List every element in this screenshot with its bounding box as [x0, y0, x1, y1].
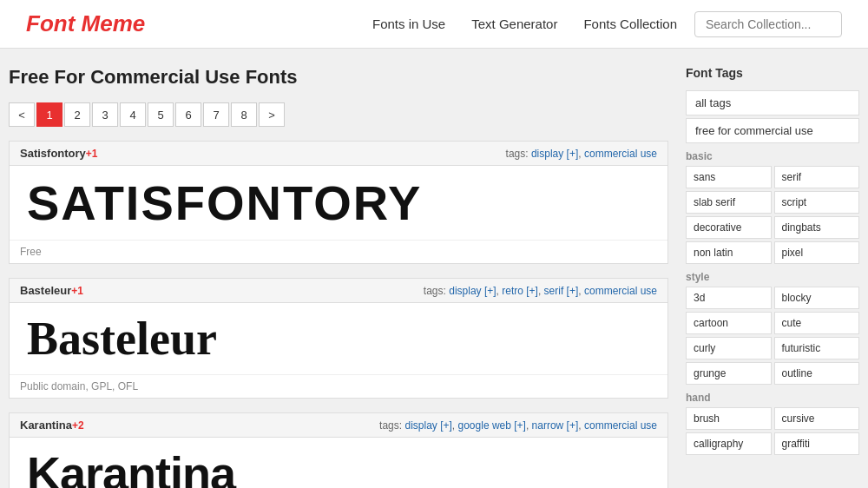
sidebar: Font Tags all tags free for commercial u…: [686, 66, 859, 488]
tag-serif-1[interactable]: serif [+]: [544, 285, 579, 297]
tag-commercial-1[interactable]: commercial use: [584, 285, 657, 297]
tag-sans[interactable]: sans: [686, 166, 772, 188]
tag-retro-1[interactable]: retro [+]: [502, 285, 538, 297]
nav-fonts-in-use[interactable]: Fonts in Use: [372, 16, 445, 31]
font-card-basteleur: Basteleur+1 tags: display [+], retro [+]…: [9, 278, 668, 399]
page-6[interactable]: 6: [175, 102, 201, 127]
tag-display-0[interactable]: display [+]: [531, 148, 578, 160]
style-tags-grid: 3d blocky cartoon cute curly futuristic …: [686, 287, 859, 385]
section-label-style: style: [686, 271, 859, 283]
sidebar-font-tags: Font Tags all tags free for commercial u…: [686, 66, 859, 455]
tag-non-latin[interactable]: non latin: [686, 241, 772, 264]
page-5[interactable]: 5: [148, 102, 174, 127]
preview-text-karantina: Karantina: [27, 446, 235, 488]
tag-3d[interactable]: 3d: [686, 287, 772, 309]
tag-commercial-0[interactable]: commercial use: [584, 148, 657, 160]
font-preview-satisfontory: SATISFONTORY: [10, 166, 667, 240]
page-title: Free For Commercial Use Fonts: [9, 66, 668, 89]
font-name-satisfontory[interactable]: Satisfontory+1: [20, 147, 98, 160]
preview-text-satisfontory: SATISFONTORY: [27, 175, 422, 231]
tag-display-1[interactable]: display [+]: [449, 285, 496, 297]
font-tags-basteleur: tags: display [+], retro [+], serif [+],…: [424, 285, 657, 297]
section-label-basic: basic: [686, 150, 859, 162]
font-card-karantina: Karantina+2 tags: display [+], google we…: [9, 412, 668, 488]
font-license-basteleur: Public domain, GPL, OFL: [10, 374, 667, 398]
font-card-satisfontory: Satisfontory+1 tags: display [+], commer…: [9, 141, 668, 264]
tag-script[interactable]: script: [774, 191, 860, 214]
tag-cartoon[interactable]: cartoon: [686, 312, 772, 334]
tag-slab-serif[interactable]: slab serif: [686, 191, 772, 214]
basic-tags-grid: sans serif slab serif script decorative …: [686, 166, 859, 264]
font-name-basteleur[interactable]: Basteleur+1: [20, 284, 83, 297]
tag-narrow-2[interactable]: narrow [+]: [532, 419, 579, 432]
font-preview-karantina: Karantina: [10, 438, 667, 488]
font-card-header-karantina: Karantina+2 tags: display [+], google we…: [10, 413, 667, 438]
sidebar-title: Font Tags: [686, 66, 859, 83]
tag-decorative[interactable]: decorative: [686, 216, 772, 239]
tag-dingbats[interactable]: dingbats: [774, 216, 860, 239]
tag-cute[interactable]: cute: [774, 312, 860, 334]
page-next[interactable]: >: [259, 102, 285, 127]
tag-googleweb-2[interactable]: google web [+]: [458, 419, 526, 432]
font-card-header-satisfontory: Satisfontory+1 tags: display [+], commer…: [10, 142, 667, 166]
main-nav: Fonts in Use Text Generator Fonts Collec…: [372, 16, 677, 31]
tag-outline[interactable]: outline: [774, 362, 860, 385]
page-7[interactable]: 7: [203, 102, 229, 127]
pagination: < 1 2 3 4 5 6 7 8 >: [9, 102, 668, 127]
font-name-karantina[interactable]: Karantina+2: [20, 419, 84, 432]
tag-brush[interactable]: brush: [686, 407, 772, 430]
section-label-hand: hand: [686, 392, 859, 404]
search-input[interactable]: [694, 11, 842, 37]
tag-pixel[interactable]: pixel: [774, 241, 860, 264]
tag-all-tags[interactable]: all tags: [686, 90, 859, 115]
tag-curly[interactable]: curly: [686, 337, 772, 359]
nav-fonts-collection[interactable]: Fonts Collection: [583, 16, 677, 31]
main-content: Free For Commercial Use Fonts < 1 2 3 4 …: [9, 66, 668, 488]
tag-grunge[interactable]: grunge: [686, 362, 772, 385]
nav-text-generator[interactable]: Text Generator: [471, 16, 557, 31]
hand-tags-grid: brush cursive calligraphy graffiti: [686, 407, 859, 455]
tag-display-2[interactable]: display [+]: [404, 419, 451, 432]
page-2[interactable]: 2: [64, 102, 90, 127]
font-card-header-basteleur: Basteleur+1 tags: display [+], retro [+]…: [10, 279, 667, 303]
page-4[interactable]: 4: [120, 102, 146, 127]
tag-calligraphy[interactable]: calligraphy: [686, 432, 772, 455]
page-3[interactable]: 3: [92, 102, 118, 127]
tag-serif[interactable]: serif: [774, 166, 860, 188]
font-preview-basteleur: Basteleur: [10, 303, 667, 374]
page-8[interactable]: 8: [231, 102, 257, 127]
tag-cursive[interactable]: cursive: [774, 407, 860, 430]
tag-commercial-2[interactable]: commercial use: [584, 419, 657, 432]
page-1[interactable]: 1: [36, 102, 62, 127]
preview-text-basteleur: Basteleur: [27, 312, 217, 366]
tag-futuristic[interactable]: futuristic: [774, 337, 860, 359]
site-logo[interactable]: Font Meme: [26, 10, 145, 37]
font-license-satisfontory: Free: [10, 240, 667, 263]
font-tags-karantina: tags: display [+], google web [+], narro…: [379, 419, 657, 432]
tag-graffiti[interactable]: graffiti: [774, 432, 860, 455]
tag-free-commercial[interactable]: free for commercial use: [686, 118, 859, 143]
page-prev[interactable]: <: [9, 102, 35, 127]
font-tags-satisfontory: tags: display [+], commercial use: [506, 148, 657, 160]
tag-blocky[interactable]: blocky: [774, 287, 860, 309]
